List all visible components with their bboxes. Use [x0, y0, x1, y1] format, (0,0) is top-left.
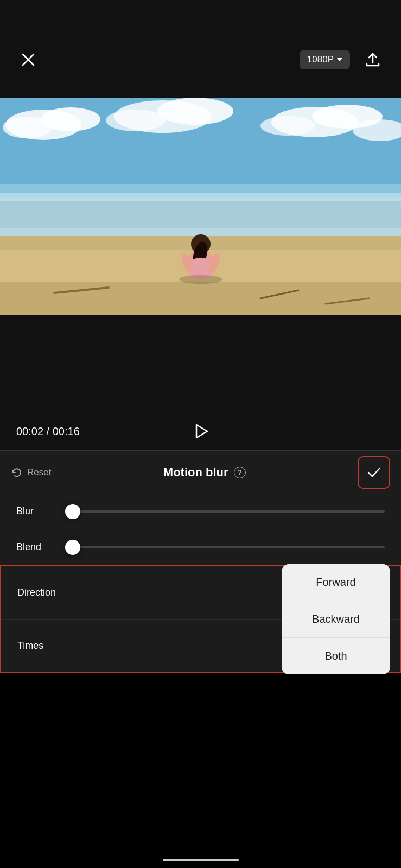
blend-label: Blend — [16, 541, 54, 553]
top-right-controls: 1080P — [300, 48, 385, 72]
dropdown-forward-label: Forward — [316, 576, 355, 588]
reset-button[interactable]: Reset — [11, 467, 51, 478]
video-preview — [0, 98, 401, 315]
panel-title-text: Motion blur — [163, 465, 228, 480]
top-bar: 1080P — [0, 0, 401, 98]
dropdown-item-both[interactable]: Both — [282, 638, 390, 674]
close-button[interactable] — [16, 48, 40, 72]
play-button[interactable] — [189, 419, 213, 443]
resolution-label: 1080P — [307, 54, 334, 65]
svg-point-21 — [260, 116, 315, 136]
svg-rect-12 — [0, 282, 401, 315]
home-indicator — [163, 859, 239, 861]
svg-point-18 — [106, 110, 166, 131]
direction-dropdown: Forward Backward Both — [282, 564, 390, 674]
svg-marker-34 — [196, 425, 207, 438]
resolution-button[interactable]: 1080P — [300, 50, 350, 69]
direction-label: Direction — [17, 587, 56, 598]
resolution-arrow-icon — [337, 58, 342, 61]
blur-track[interactable] — [65, 510, 385, 513]
svg-rect-8 — [0, 198, 401, 231]
blur-label: Blur — [16, 506, 54, 517]
svg-point-17 — [157, 98, 233, 125]
blur-slider-row: Blur — [0, 494, 401, 529]
export-button[interactable] — [361, 48, 385, 72]
blend-track[interactable] — [65, 546, 385, 548]
playback-bar: 00:02 / 00:16 — [0, 412, 401, 450]
blend-slider-row: Blend — [0, 529, 401, 565]
dropdown-both-label: Both — [324, 650, 347, 662]
svg-point-30 — [179, 275, 222, 284]
dropdown-backward-label: Backward — [312, 613, 360, 625]
times-label: Times — [17, 640, 43, 652]
dropdown-item-backward[interactable]: Backward — [282, 601, 390, 638]
help-button[interactable]: ? — [234, 467, 246, 478]
title-bar: Reset Motion blur ? — [0, 450, 401, 494]
confirm-button[interactable] — [358, 456, 390, 489]
panel-title: Motion blur ? — [163, 465, 246, 480]
blur-thumb[interactable] — [65, 504, 80, 519]
dropdown-item-forward[interactable]: Forward — [282, 564, 390, 601]
blend-thumb[interactable] — [65, 540, 80, 555]
svg-rect-23 — [0, 193, 401, 201]
help-icon: ? — [237, 468, 242, 477]
reset-label: Reset — [27, 467, 51, 478]
svg-point-15 — [3, 117, 52, 138]
